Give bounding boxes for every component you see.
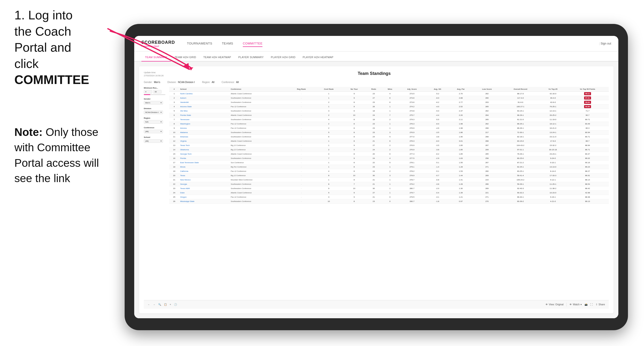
cell-school[interactable]: East Tennessee State [179, 161, 230, 165]
school-select[interactable]: (All) ▾ [144, 139, 163, 143]
conference-filter-display: Conference: All [222, 81, 239, 84]
cell-pts: 88.27 [566, 169, 609, 173]
team-standings-table: # School Conference Reg Rank Conf Rank N… [169, 87, 609, 204]
cell-school[interactable]: Ole Miss [179, 109, 230, 113]
cell-low-score: 265 [473, 118, 501, 122]
watch-label: Watch [573, 303, 580, 306]
min-val[interactable]: 4 [144, 90, 152, 94]
gender-filter: Gender Men's ▾ [144, 98, 165, 105]
cell-school[interactable]: Florida [179, 156, 230, 161]
cell-school[interactable]: Florida State [179, 113, 230, 118]
cell-low-score: 215 [473, 178, 501, 182]
table-row: 12 Virginia Atlantic Coast Conference - … [169, 139, 609, 143]
division-select[interactable]: NCAA Division I ▾ [144, 111, 163, 114]
conference-label: Conference: [222, 81, 234, 84]
add-btn[interactable]: + [170, 303, 171, 306]
cell-overall: 63-15-1 [501, 109, 540, 113]
col-avg-par: Avg. Par [449, 87, 473, 92]
cell-conference: Big 12 Conference [230, 173, 288, 178]
cell-reg-rank: - [288, 199, 315, 204]
watch-btn[interactable]: 👁 Watch ▾ [570, 303, 582, 306]
cell-reg-rank: - [288, 96, 315, 100]
slider-track[interactable] [144, 94, 165, 95]
cell-rnds: 27 [366, 143, 382, 148]
gender-select[interactable]: Men's ▾ [144, 101, 163, 105]
cell-avg-sg: -2.9 [426, 156, 449, 161]
cell-school[interactable]: New Mexico [179, 178, 230, 182]
cell-school[interactable]: Mississippi State [179, 199, 230, 204]
copy-btn[interactable]: 📋 [164, 303, 167, 306]
nav-committee[interactable]: COMMITTEE [243, 40, 263, 47]
cell-school[interactable]: Virginia [179, 139, 230, 143]
cell-conference: Southeastern Conference [230, 100, 288, 105]
cell-school[interactable]: Texas [179, 173, 230, 178]
cell-avg-par: 1.30 [449, 186, 473, 191]
cell-wins: 6 [382, 152, 398, 156]
sign-out-button[interactable]: Sign out [599, 42, 612, 45]
cell-school[interactable]: Texas A&M [179, 186, 230, 191]
share-btn[interactable]: ⇧ Share [596, 303, 605, 306]
cell-school[interactable]: Illinois [179, 165, 230, 169]
cell-school[interactable]: Vanderbilt [179, 100, 230, 105]
cell-rank: 10 [169, 130, 179, 135]
redo-btn[interactable]: → [153, 303, 155, 306]
cell-conf-rank: 8 [315, 182, 343, 186]
conference-select[interactable]: (All) ▾ [144, 130, 163, 133]
cell-school[interactable]: Arizona [179, 126, 230, 130]
cell-avg-par: 1.28 [449, 182, 473, 186]
cell-school[interactable]: Georgia Tech [179, 152, 230, 156]
cell-wins: 1 [382, 109, 398, 113]
cell-rank: 2 [169, 96, 179, 100]
cell-school[interactable]: Arkansas [179, 135, 230, 139]
region-select[interactable]: N/A ▾ [144, 120, 163, 124]
cell-pts: 90.16 [566, 161, 609, 165]
undo-btn[interactable]: ← [148, 303, 150, 306]
expand-btn[interactable]: ⛶ [590, 303, 593, 306]
sub-nav-player-summary[interactable]: PLAYER SUMMARY [235, 53, 267, 61]
panel-title: Team Standings [164, 71, 585, 76]
division-label: Division: [168, 81, 177, 84]
cell-no-tour: 8 [343, 122, 366, 126]
sub-nav-player-h2h-heatmap[interactable]: PLAYER H2H HEATMAP [299, 53, 337, 61]
cell-school[interactable]: California [179, 169, 230, 173]
cell-school[interactable]: North Carolina [179, 92, 230, 96]
cell-vs25: 33-25-2 [540, 113, 566, 118]
cell-reg-rank: - [288, 92, 315, 96]
max-val[interactable]: 30 [153, 90, 162, 94]
cell-low-score: 268 [473, 135, 501, 139]
zoom-btn[interactable]: 🔍 [158, 303, 161, 306]
cell-school[interactable]: Texas Tech [179, 143, 230, 148]
table-row: 7 Tennessee Southeastern Conference - 4 … [169, 118, 609, 122]
chevron-down-icon: ▾ [160, 111, 162, 113]
cell-school[interactable]: Tennessee [179, 118, 230, 122]
cell-school[interactable]: Auburn [179, 96, 230, 100]
cell-no-tour: 9 [343, 105, 366, 109]
cell-reg-rank: - [288, 195, 315, 199]
cell-pts: 88.14 [566, 178, 609, 182]
cell-avg-par: 1.53 [449, 169, 473, 173]
sub-nav-player-h2h-grid[interactable]: PLAYER H2H GRID [267, 53, 299, 61]
cell-conference: Pac-12 Conference [230, 105, 288, 109]
cell-rnds: 21 [366, 178, 382, 182]
col-vs25: Vs Top 25 [540, 87, 566, 92]
sub-nav-team-h2h-heatmap[interactable]: TEAM H2H HEATMAP [200, 53, 235, 61]
cell-adj-score: 279.1 [398, 165, 426, 169]
cell-school[interactable]: Washington [179, 122, 230, 126]
cell-school[interactable]: Duke [179, 191, 230, 195]
view-original-btn[interactable]: 👁 View: Original [546, 303, 564, 306]
cell-pts: 88.94 [566, 143, 609, 148]
cell-school[interactable]: Oklahoma [179, 148, 230, 152]
screenshot-btn[interactable]: 📸 [584, 303, 588, 306]
cell-school[interactable]: Arizona State [179, 105, 230, 109]
cell-school[interactable]: Oregon [179, 195, 230, 199]
cell-school[interactable]: Alabama [179, 130, 230, 135]
cell-school[interactable]: Georgia [179, 182, 230, 186]
nav-teams[interactable]: TEAMS [222, 40, 233, 47]
cell-pts: 86.91 [566, 173, 609, 178]
col-no-tour: No Tour [343, 87, 366, 92]
clock-btn[interactable]: 🕐 [174, 303, 177, 306]
cell-rnds: 18 [366, 109, 382, 113]
cell-avg-par: 1.55 [449, 161, 473, 165]
table-header: # School Conference Reg Rank Conf Rank N… [169, 87, 609, 92]
watch-icon: 👁 [570, 303, 572, 306]
